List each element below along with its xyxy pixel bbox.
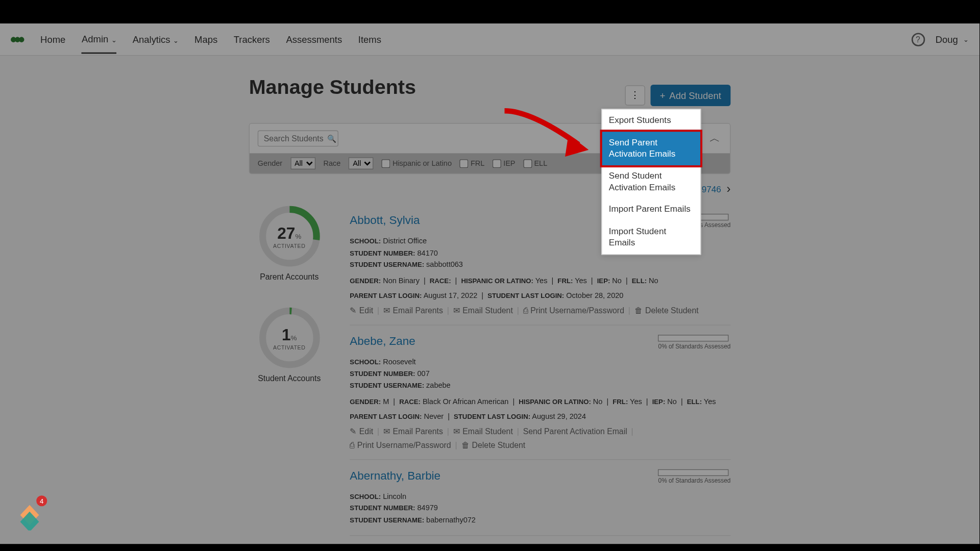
student-card: Abernathy, Barbie 0% of Standards Assess… (350, 460, 730, 536)
parent-accounts-donut: 27% ACTIVATED (257, 205, 321, 268)
page-title: Manage Students (249, 76, 416, 99)
printer-icon: ⎙ (523, 306, 528, 315)
add-student-button[interactable]: + Add Student (650, 85, 730, 106)
gender-select[interactable]: All (290, 157, 315, 169)
chevron-down-icon: ⌄ (173, 37, 179, 44)
edit-link[interactable]: ✎Edit (350, 306, 373, 315)
pencil-icon: ✎ (350, 427, 356, 436)
ell-checkbox[interactable]: ELL (523, 159, 547, 168)
student-card: Abebe, Zane 0% of Standards Assessed SCH… (350, 325, 730, 459)
collapse-filters-button[interactable]: ︿ (708, 132, 722, 145)
email-student-link[interactable]: ✉Email Student (453, 306, 513, 315)
dropdown-send-student-activation[interactable]: Send Student Activation Emails (602, 165, 700, 199)
email-parents-link[interactable]: ✉Email Parents (383, 306, 443, 315)
top-navbar: Home Admin⌄ Analytics⌄ Maps Trackers Ass… (0, 23, 979, 56)
student-accounts-label: Student Accounts (258, 374, 321, 383)
student-name-link[interactable]: Abebe, Zane (350, 335, 415, 348)
envelope-icon: ✉ (383, 306, 390, 315)
progress-bar (658, 335, 729, 341)
hispanic-checkbox[interactable]: Hispanic or Latino (382, 159, 452, 168)
delete-link[interactable]: 🗑Delete Student (634, 306, 699, 315)
envelope-icon: ✉ (453, 306, 460, 315)
plus-icon: + (660, 90, 666, 101)
frl-checkbox[interactable]: FRL (460, 159, 484, 168)
trash-icon: 🗑 (461, 440, 470, 449)
envelope-icon: ✉ (453, 427, 460, 436)
nav-assessments[interactable]: Assessments (286, 26, 342, 53)
pencil-icon: ✎ (350, 306, 356, 315)
printer-icon: ⎙ (350, 440, 354, 449)
nav-admin[interactable]: Admin⌄ (82, 25, 116, 53)
search-input[interactable]: 🔍 (258, 131, 338, 147)
actions-dropdown: Export Students Send Parent Activation E… (601, 109, 701, 255)
send-parent-activation-link[interactable]: Send Parent Activation Email (523, 427, 627, 436)
trash-icon: 🗑 (634, 306, 643, 315)
help-icon[interactable]: ? (911, 33, 924, 46)
dropdown-import-parent-emails[interactable]: Import Parent Emails (602, 198, 700, 220)
chat-badge: 4 (36, 495, 47, 506)
dropdown-send-parent-activation[interactable]: Send Parent Activation Emails (600, 130, 702, 167)
nav-trackers[interactable]: Trackers (234, 26, 270, 53)
race-select[interactable]: All (349, 157, 374, 169)
gender-label: Gender (258, 159, 282, 167)
print-link[interactable]: ⎙Print Username/Password (350, 440, 451, 449)
nav-items[interactable]: Items (358, 26, 381, 53)
envelope-icon: ✉ (383, 427, 390, 436)
nav-analytics[interactable]: Analytics⌄ (133, 26, 179, 53)
student-name-link[interactable]: Abbott, Sylvia (350, 214, 420, 227)
delete-link[interactable]: 🗑Delete Student (461, 440, 526, 449)
email-parents-link[interactable]: ✉Email Parents (383, 427, 443, 436)
chevron-down-icon: ⌄ (963, 36, 969, 43)
search-icon: 🔍 (327, 134, 336, 143)
progress-bar (658, 469, 729, 475)
nav-maps[interactable]: Maps (194, 26, 217, 53)
page-next-button[interactable]: › (726, 182, 730, 196)
more-actions-button[interactable]: ⋮ (625, 85, 645, 106)
progress-text: 0% of Standards Assessed (658, 343, 731, 349)
iep-checkbox[interactable]: IEP (493, 159, 515, 168)
edit-link[interactable]: ✎Edit (350, 427, 373, 436)
print-link[interactable]: ⎙Print Username/Password (523, 306, 624, 315)
chat-widget[interactable]: 4 (13, 498, 45, 531)
user-menu[interactable]: Doug⌄ (936, 34, 969, 44)
parent-accounts-label: Parent Accounts (260, 272, 318, 282)
nav-home[interactable]: Home (40, 26, 65, 53)
race-label: Race (324, 159, 341, 167)
email-student-link[interactable]: ✉Email Student (453, 427, 513, 436)
chevron-down-icon: ⌄ (111, 36, 117, 43)
progress-text: 0% of Standards Assessed (658, 477, 731, 484)
dropdown-import-student-emails[interactable]: Import Student Emails (602, 221, 700, 255)
student-name-link[interactable]: Abernathy, Barbie (350, 469, 440, 482)
brand-logo[interactable] (11, 33, 27, 46)
student-accounts-donut: 1% ACTIVATED (257, 306, 321, 370)
kebab-icon: ⋮ (630, 93, 639, 98)
dropdown-export-students[interactable]: Export Students (602, 110, 700, 132)
